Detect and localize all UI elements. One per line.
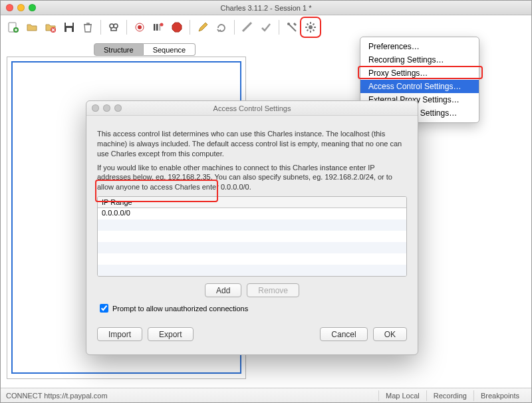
svg-point-6 [110, 24, 114, 28]
svg-rect-5 [66, 28, 72, 32]
settings-gear-icon[interactable] [302, 19, 319, 36]
ip-range-row[interactable] [98, 265, 406, 276]
cancel-button[interactable]: Cancel [320, 327, 367, 341]
menu-preferences[interactable]: Preferences… [360, 40, 479, 53]
tab-sequence[interactable]: Sequence [144, 43, 196, 56]
window-title: Charles 3.11.2 - Session 1 * [1, 4, 531, 12]
remove-button[interactable]: Remove [247, 283, 299, 297]
dialog-description-2: If you would like to enable other machin… [97, 163, 407, 193]
trash-icon[interactable] [79, 19, 96, 36]
svg-point-15 [287, 23, 290, 25]
svg-rect-4 [66, 23, 72, 26]
export-button[interactable]: Export [148, 327, 194, 341]
svg-point-13 [160, 23, 164, 27]
ip-range-row[interactable] [98, 219, 406, 231]
svg-rect-10 [154, 24, 156, 31]
dialog-titlebar: Access Control Settings [86, 101, 418, 116]
edit-icon[interactable] [194, 19, 211, 36]
access-control-dialog: Access Control Settings This access cont… [86, 100, 418, 355]
status-breakpoints[interactable]: Breakpoints [473, 390, 526, 401]
add-button[interactable]: Add [205, 283, 241, 297]
ip-range-row[interactable] [98, 242, 406, 253]
svg-point-7 [114, 24, 118, 28]
svg-point-9 [138, 25, 142, 29]
status-map-local[interactable]: Map Local [378, 390, 426, 401]
prompt-checkbox-label: Prompt to allow unauthorized connections [112, 305, 248, 313]
ip-range-row[interactable]: 0.0.0.0/0 [98, 208, 406, 219]
save-icon[interactable] [61, 19, 78, 36]
ip-range-row[interactable] [98, 231, 406, 242]
svg-point-16 [309, 25, 313, 29]
ip-range-header: IP Range [98, 197, 406, 208]
compose-icon[interactable] [239, 19, 256, 36]
new-session-icon[interactable] [5, 19, 22, 36]
menu-recording-settings[interactable]: Recording Settings… [360, 53, 479, 67]
tab-structure[interactable]: Structure [94, 43, 144, 56]
validate-icon[interactable] [257, 19, 275, 36]
dialog-title: Access Control Settings [86, 104, 418, 112]
status-recording[interactable]: Recording [426, 390, 473, 401]
repeat-icon[interactable] [213, 19, 230, 36]
svg-rect-11 [156, 24, 158, 31]
find-icon[interactable] [105, 19, 122, 36]
menu-access-control-settings[interactable]: Access Control Settings… [360, 80, 479, 93]
status-text: CONNECT https://t.paypal.com [6, 392, 108, 400]
throttle-icon[interactable] [150, 19, 167, 36]
ok-button[interactable]: OK [373, 327, 407, 341]
open-icon[interactable] [23, 19, 41, 36]
dialog-description-1: This access control list determines who … [97, 129, 407, 159]
window-titlebar: Charles 3.11.2 - Session 1 * [1, 1, 531, 15]
tools-icon[interactable] [283, 19, 301, 36]
ip-range-table[interactable]: IP Range 0.0.0.0/0 [97, 196, 407, 277]
status-bar: CONNECT https://t.paypal.com Map Local R… [1, 388, 531, 402]
stop-icon[interactable] [168, 19, 186, 36]
main-toolbar [1, 15, 531, 39]
record-icon[interactable] [131, 19, 148, 36]
svg-marker-14 [172, 23, 182, 32]
import-button[interactable]: Import [97, 327, 142, 341]
ip-range-row[interactable] [98, 253, 406, 265]
menu-proxy-settings[interactable]: Proxy Settings… [360, 67, 479, 80]
close-session-icon[interactable] [42, 19, 59, 36]
prompt-checkbox[interactable] [100, 304, 108, 313]
